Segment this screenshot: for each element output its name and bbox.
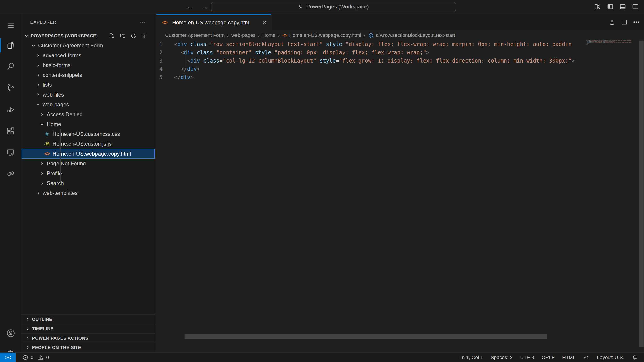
chevron-down-icon <box>30 43 37 48</box>
new-file-icon[interactable] <box>109 33 115 39</box>
tree-item-home-customjs[interactable]: JS Home.en-US.customjs.js <box>22 139 155 149</box>
tab-home-webpage-copy-html[interactable]: <> Home.en-US.webpage.copy.html × <box>156 14 272 30</box>
encoding[interactable]: UTF-8 <box>520 355 534 361</box>
explorer-icon[interactable] <box>0 36 21 55</box>
breadcrumb-item[interactable]: Home.en-US.webpage.copy.html <box>289 32 361 38</box>
warning-count[interactable]: 0 <box>46 355 49 361</box>
code-line: 5</div> <box>586 44 592 45</box>
menu-icon[interactable] <box>0 16 21 35</box>
code-line: 1<div class="row sectionBlockLayout text… <box>156 40 584 48</box>
chevron-down-icon <box>39 121 46 127</box>
accessibility-person-icon[interactable] <box>609 19 616 25</box>
tree-item-home[interactable]: Home <box>22 119 155 129</box>
panel-timeline[interactable]: TIMELINE <box>22 324 155 333</box>
tree-item-basic-forms[interactable]: basic-forms <box>22 60 155 70</box>
tree-item-profile[interactable]: Profile <box>22 168 155 178</box>
explorer-sidebar: EXPLORER POWERPAGES (WORKSPACE) Customer… <box>22 14 155 352</box>
panel-people-on-the-site[interactable]: PEOPLE ON THE SITE <box>22 343 155 352</box>
error-count[interactable]: 0 <box>31 355 33 361</box>
panel-power-pages-actions[interactable]: POWER PAGES ACTIONS <box>22 333 155 343</box>
tree-indent-guide <box>60 129 60 183</box>
chevron-right-icon <box>35 82 41 88</box>
workspace-section-header[interactable]: POWERPAGES (WORKSPACE) <box>22 31 155 41</box>
account-icon[interactable] <box>0 324 21 343</box>
editor-more-actions-icon[interactable] <box>633 19 640 25</box>
code-line: 2 <div class="container" style="padding:… <box>156 48 584 57</box>
tree-item-page-not-found[interactable]: Page Not Found <box>22 159 155 168</box>
chevron-right-icon <box>25 317 30 322</box>
breadcrumb-item[interactable]: div.row.sectionBlockLayout.text-start <box>376 32 455 38</box>
tree-item-web-files[interactable]: web-files <box>22 90 155 100</box>
search-sidebar-icon[interactable] <box>0 57 21 76</box>
cursor-position[interactable]: Ln 1, Col 1 <box>459 355 483 361</box>
extensions-icon[interactable] <box>0 122 21 141</box>
tree-item-access-denied[interactable]: Access Denied <box>22 109 155 119</box>
language-mode[interactable]: HTML <box>562 355 576 361</box>
tree-item-advanced-forms[interactable]: advanced-forms <box>22 50 155 60</box>
close-icon[interactable]: × <box>263 19 266 26</box>
breadcrumb-item[interactable]: Home <box>262 32 276 38</box>
keyboard-layout[interactable]: Layout: U.S. <box>597 355 624 361</box>
breadcrumb-item[interactable]: web-pages <box>232 32 256 38</box>
status-bar: >< 0 0 Ln 1, Col 1 Spaces: 2 UTF-8 CRLF … <box>0 353 644 362</box>
tree-item-home-customcss[interactable]: # Home.en-US.customcss.css <box>22 129 155 139</box>
vertical-scrollbar-thumb[interactable] <box>639 41 644 347</box>
chevron-right-icon <box>39 111 46 117</box>
more-actions-icon[interactable] <box>140 19 146 25</box>
chevron-right-icon <box>39 161 46 166</box>
explorer-title: EXPLORER <box>30 19 56 25</box>
source-control-icon[interactable] <box>0 78 21 97</box>
tree-item-web-pages[interactable]: web-pages <box>22 100 155 109</box>
chevron-right-icon: › <box>278 33 280 38</box>
chevron-right-icon <box>35 52 41 58</box>
eol-sequence[interactable]: CRLF <box>542 355 554 361</box>
toggle-primary-sidebar-icon[interactable] <box>607 3 614 10</box>
workspace-title: POWERPAGES (WORKSPACE) <box>31 33 98 38</box>
code-line: 5</div> <box>156 73 584 81</box>
tree-item-customer-agreement-form[interactable]: Customer Agreement Form <box>22 41 155 50</box>
html-file-icon: <> <box>282 33 287 38</box>
breadcrumb: Customer Agreement Form › web-pages › Ho… <box>156 30 644 40</box>
command-center[interactable]: PowerPages (Workspace) <box>211 2 456 11</box>
chevron-right-icon: › <box>227 33 229 38</box>
chevron-right-icon <box>25 345 30 350</box>
minimap[interactable]: 1<div class="row sectionBlockLayout text… <box>586 40 638 348</box>
notifications-bell-icon[interactable] <box>632 355 638 361</box>
chevron-right-icon <box>35 62 41 68</box>
horizontal-scrollbar-thumb[interactable] <box>185 334 547 339</box>
code-editor[interactable]: 1<div class="row sectionBlockLayout text… <box>156 40 584 348</box>
chevron-right-icon: › <box>258 33 260 38</box>
new-folder-icon[interactable] <box>120 33 126 39</box>
breadcrumb-item[interactable]: Customer Agreement Form <box>165 32 224 38</box>
html-file-icon: <> <box>43 151 51 157</box>
toggle-panel-icon[interactable] <box>620 3 626 10</box>
run-debug-icon[interactable] <box>0 100 21 119</box>
tree-item-web-templates[interactable]: web-templates <box>22 188 155 198</box>
chevron-right-icon <box>35 190 41 196</box>
panel-outline[interactable]: OUTLINE <box>22 314 155 324</box>
chevron-down-icon <box>35 102 41 107</box>
toggle-secondary-sidebar-icon[interactable] <box>632 3 639 10</box>
refresh-icon[interactable] <box>130 33 136 39</box>
remote-monitor-icon[interactable] <box>0 143 21 162</box>
remote-indicator[interactable]: >< <box>0 353 16 362</box>
tree-item-search[interactable]: Search <box>22 178 155 188</box>
copilot-icon[interactable] <box>583 355 590 361</box>
chevron-right-icon <box>25 336 30 341</box>
tree-item-lists[interactable]: lists <box>22 80 155 90</box>
tab-strip: <> Home.en-US.webpage.copy.html × <box>156 14 644 30</box>
split-editor-icon[interactable] <box>621 19 628 25</box>
chevron-right-icon <box>35 72 41 78</box>
customize-layout-icon[interactable] <box>594 3 601 10</box>
tree-item-home-webpage-copy-html[interactable]: <> Home.en-US.webpage.copy.html <box>22 149 155 159</box>
indentation[interactable]: Spaces: 2 <box>490 355 512 361</box>
html-file-icon: <> <box>162 20 167 26</box>
chevron-right-icon <box>25 326 30 331</box>
power-platform-icon[interactable] <box>0 164 21 183</box>
forward-icon[interactable]: → <box>201 2 208 11</box>
vertical-scrollbar[interactable] <box>639 41 644 347</box>
tree-item-content-snippets[interactable]: content-snippets <box>22 70 155 80</box>
collapse-folders-icon[interactable] <box>141 33 147 39</box>
back-icon[interactable]: ← <box>186 2 193 11</box>
js-file-icon: JS <box>43 141 51 146</box>
